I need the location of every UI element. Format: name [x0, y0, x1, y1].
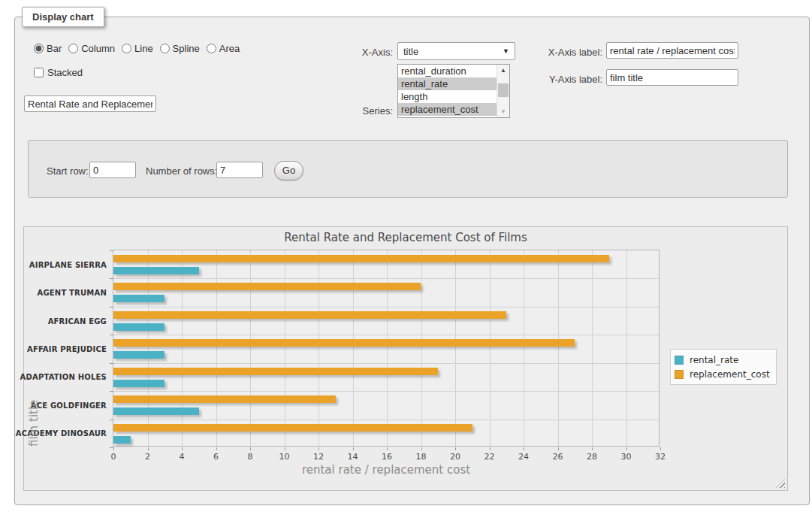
x-tick-label: 18	[416, 452, 427, 462]
x-tick-label: 14	[348, 452, 358, 462]
chart-type-option-column[interactable]: Column	[68, 43, 115, 54]
gridline-vertical	[285, 250, 285, 446]
gridline-vertical	[250, 250, 251, 446]
y-tick-mark	[110, 363, 113, 364]
radio-label-line: Line	[134, 43, 153, 54]
x-axis-label-input[interactable]	[606, 42, 738, 59]
y-category-label: AIRPLANE SIERRA	[29, 260, 107, 268]
x-tick-mark	[421, 447, 422, 450]
y-tick-mark	[110, 335, 113, 335]
x-tick-label: 4	[180, 452, 185, 462]
x-tick-label: 6	[213, 452, 219, 462]
radio-label-column: Column	[81, 43, 115, 54]
bar-replacement-cost	[113, 283, 421, 290]
x-tick-mark	[113, 447, 114, 450]
radio-area[interactable]	[207, 44, 216, 53]
chart-type-option-line[interactable]: Line	[122, 43, 153, 54]
gridline-vertical	[421, 250, 422, 446]
bar-rental-rate	[113, 436, 131, 444]
number-of-rows-label: Number of rows:	[146, 165, 217, 177]
gridline-vertical	[353, 250, 354, 446]
scrollbar-thumb[interactable]	[498, 83, 509, 97]
legend-label: replacement_cost	[690, 369, 770, 380]
gridline-vertical	[182, 250, 183, 446]
radio-column[interactable]	[68, 44, 78, 53]
legend-swatch-icon	[675, 356, 684, 365]
y-axis-label-input[interactable]	[606, 69, 738, 86]
chart-type-option-area[interactable]: Area	[207, 43, 240, 54]
series-option-length[interactable]: length	[398, 90, 497, 103]
y-tick-mark	[110, 250, 113, 251]
gridline-vertical	[148, 250, 149, 446]
chart-title-input[interactable]	[24, 95, 156, 112]
x-tick-label: 12	[313, 452, 324, 462]
y-tick-mark	[110, 278, 113, 279]
x-tick-mark	[490, 447, 491, 450]
gridline-vertical	[318, 250, 319, 446]
stacked-checkbox-row[interactable]: Stacked	[34, 67, 83, 78]
stacked-checkbox[interactable]	[34, 68, 44, 77]
x-tick-label: 32	[655, 452, 666, 462]
y-tick-mark	[110, 307, 113, 308]
row-range-panel: Start row: Number of rows: Go	[28, 140, 788, 198]
chart-type-radio-group: BarColumnLineSplineArea	[34, 43, 246, 54]
legend-label: rental_rate	[690, 355, 738, 365]
bar-rental-rate	[113, 267, 199, 274]
x-tick-label: 20	[450, 452, 460, 462]
resize-handle-icon[interactable]	[776, 479, 785, 488]
x-tick-mark	[285, 447, 285, 450]
x-axis-label-label: X-Axis label:	[524, 47, 602, 58]
radio-label-bar: Bar	[47, 43, 62, 54]
x-tick-label: 0	[111, 452, 116, 462]
scroll-down-icon[interactable]: ▼	[497, 106, 509, 117]
x-axis-select[interactable]: title ▼	[397, 42, 515, 60]
y-tick-mark	[110, 420, 113, 420]
legend-entry-rental_rate: rental_rate	[675, 353, 770, 367]
chart-x-axis-label: rental rate / replacement cost	[113, 463, 660, 477]
gridline-horizontal	[113, 363, 659, 364]
chart-legend: rental_ratereplacement_cost	[670, 349, 777, 385]
radio-line[interactable]	[122, 44, 131, 53]
x-tick-mark	[660, 447, 661, 450]
gridline-vertical	[455, 250, 456, 446]
x-tick-mark	[558, 447, 559, 450]
gridline-vertical	[387, 250, 388, 446]
y-category-label: AGENT TRUMAN	[37, 289, 107, 297]
series-option-rental_duration[interactable]: rental_duration	[398, 65, 497, 77]
radio-bar[interactable]	[34, 44, 44, 53]
x-tick-mark	[318, 447, 319, 450]
legend-swatch-icon	[675, 370, 684, 379]
radio-spline[interactable]	[160, 44, 170, 53]
bar-rental-rate	[113, 323, 165, 331]
series-options: rental_durationrental_ratelengthreplacem…	[398, 65, 497, 117]
chart-title: Rental Rate and Replacement Cost of Film…	[24, 231, 787, 244]
start-row-label: Start row:	[47, 165, 89, 177]
series-listbox[interactable]: rental_durationrental_ratelengthreplacem…	[397, 64, 510, 118]
chart-type-option-spline[interactable]: Spline	[160, 43, 200, 54]
x-tick-mark	[353, 447, 354, 450]
go-button[interactable]: Go	[274, 161, 303, 180]
x-tick-mark	[182, 447, 183, 450]
dropdown-arrow-icon: ▼	[503, 47, 509, 55]
y-tick-mark	[110, 447, 113, 448]
start-row-input[interactable]	[89, 162, 136, 178]
chart-type-option-bar[interactable]: Bar	[34, 43, 62, 54]
x-tick-mark	[524, 447, 524, 450]
series-scrollbar[interactable]: ▲ ▼	[497, 65, 509, 117]
gridline-vertical	[524, 250, 524, 446]
gridline-vertical	[216, 250, 217, 446]
x-tick-mark	[626, 447, 627, 450]
scroll-up-icon[interactable]: ▲	[497, 65, 509, 76]
series-option-rental_rate[interactable]: rental_rate	[398, 77, 497, 90]
x-tick-mark	[148, 447, 149, 450]
number-of-rows-input[interactable]	[216, 162, 263, 178]
x-tick-label: 26	[553, 452, 563, 462]
x-tick-label: 8	[248, 452, 253, 462]
bar-rental-rate	[113, 407, 199, 415]
gridline-horizontal	[113, 391, 659, 392]
x-tick-label: 30	[621, 452, 632, 462]
chart-container: Rental Rate and Replacement Cost of Film…	[23, 226, 788, 491]
bar-rental-rate	[113, 380, 165, 387]
series-select-label: Series:	[315, 105, 393, 117]
series-option-replacement_cost[interactable]: replacement_cost	[398, 103, 497, 116]
